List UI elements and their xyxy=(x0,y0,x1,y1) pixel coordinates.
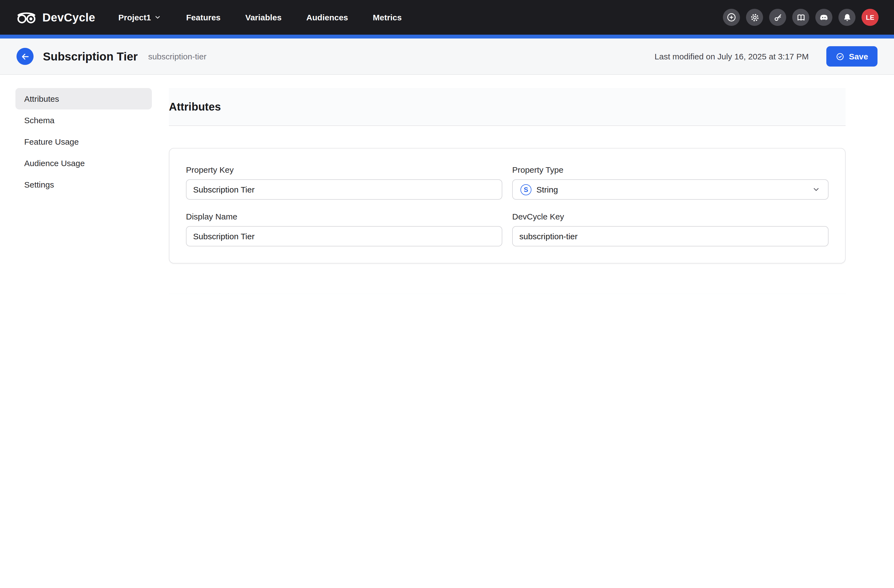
api-keys-button[interactable] xyxy=(769,9,786,26)
nav-item-features[interactable]: Features xyxy=(186,13,220,22)
arrow-left-icon xyxy=(20,51,30,61)
brand-logo[interactable]: DevCycle xyxy=(15,10,95,24)
devcycle-key-field: DevCycle Key xyxy=(512,212,829,246)
nav-item-audiences[interactable]: Audiences xyxy=(307,13,348,22)
property-type-field: Property Type S String xyxy=(512,165,829,200)
gear-icon xyxy=(750,12,760,22)
property-type-label: Property Type xyxy=(512,165,829,174)
sidebar-item-feature-usage[interactable]: Feature Usage xyxy=(15,131,152,152)
brand-name: DevCycle xyxy=(42,11,95,24)
property-type-select[interactable]: S String xyxy=(512,179,829,200)
property-key-input[interactable] xyxy=(186,179,502,200)
app-window: DevCycle Project1 Features Variables Aud… xyxy=(0,0,894,294)
devcycle-key-input[interactable] xyxy=(512,226,829,246)
chevron-down-icon xyxy=(812,185,820,194)
schema-section: Schema Configure schema options for this… xyxy=(169,294,846,294)
schema-section-header: Schema xyxy=(169,294,846,294)
display-name-label: Display Name xyxy=(186,212,502,221)
page-title: Subscription Tier xyxy=(43,50,138,63)
plus-circle-icon xyxy=(726,12,737,23)
primary-nav: Project1 Features Variables Audiences Me… xyxy=(118,13,402,22)
attributes-card: Property Key Property Type S String xyxy=(169,148,846,264)
notifications-button[interactable] xyxy=(838,9,855,26)
settings-button[interactable] xyxy=(746,9,763,26)
main-column: Attributes Property Key Property Type S … xyxy=(169,88,846,294)
discord-icon xyxy=(818,12,829,23)
bell-icon xyxy=(842,12,852,22)
nav-item-metrics[interactable]: Metrics xyxy=(373,13,402,22)
property-key-label: Property Key xyxy=(186,165,502,174)
docs-button[interactable] xyxy=(792,9,809,26)
devcycle-key-label: DevCycle Key xyxy=(512,212,829,221)
last-modified-text: Last modified on July 16, 2025 at 3:17 P… xyxy=(655,52,809,61)
devcycle-goggles-icon xyxy=(15,10,38,24)
attributes-section-title: Attributes xyxy=(169,100,221,113)
nav-item-variables[interactable]: Variables xyxy=(245,13,282,22)
navbar-actions: LE xyxy=(723,9,879,26)
nav-project-label: Project1 xyxy=(118,13,151,22)
save-button-label: Save xyxy=(849,52,868,61)
top-navbar: DevCycle Project1 Features Variables Aud… xyxy=(0,0,894,35)
accent-bar xyxy=(0,35,894,39)
sidebar-item-attributes[interactable]: Attributes xyxy=(15,88,152,110)
page-slug: subscription-tier xyxy=(148,52,207,61)
section-sidebar: Attributes Schema Feature Usage Audience… xyxy=(15,88,152,195)
property-type-value: String xyxy=(536,185,812,194)
page-header: Subscription Tier subscription-tier Last… xyxy=(0,39,894,75)
display-name-field: Display Name xyxy=(186,212,502,246)
check-circle-icon xyxy=(836,52,844,61)
sidebar-item-audience-usage[interactable]: Audience Usage xyxy=(15,152,152,174)
content-area: Attributes Schema Feature Usage Audience… xyxy=(0,75,894,294)
discord-button[interactable] xyxy=(815,9,832,26)
create-button[interactable] xyxy=(723,9,740,26)
sidebar-item-schema[interactable]: Schema xyxy=(15,110,152,131)
chevron-down-icon xyxy=(154,14,162,21)
nav-project-dropdown[interactable]: Project1 xyxy=(118,13,161,22)
attributes-section-header: Attributes xyxy=(169,88,846,126)
book-icon xyxy=(796,12,806,22)
back-button[interactable] xyxy=(17,48,33,65)
user-avatar[interactable]: LE xyxy=(862,9,879,26)
string-type-icon: S xyxy=(521,184,532,195)
key-icon xyxy=(773,12,782,22)
attributes-section: Attributes Property Key Property Type S … xyxy=(169,88,846,264)
save-button[interactable]: Save xyxy=(826,46,877,66)
property-key-field: Property Key xyxy=(186,165,502,200)
sidebar-item-settings[interactable]: Settings xyxy=(15,174,152,195)
display-name-input[interactable] xyxy=(186,226,502,246)
